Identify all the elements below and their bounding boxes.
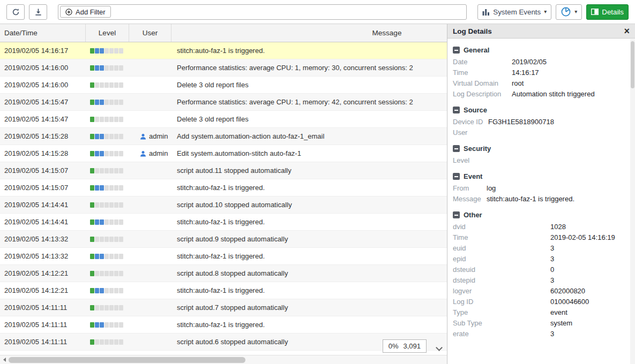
section-header[interactable]: Event xyxy=(453,172,623,180)
field-value: 3 xyxy=(550,254,554,264)
table-row[interactable]: 2019/02/05 14:12:21 stitch:auto-faz-1 is… xyxy=(0,282,447,299)
cell-datetime: 2019/02/05 14:14:41 xyxy=(0,218,86,226)
cell-level xyxy=(86,202,129,208)
log-details-panel: Log Details × General Date 2019/02/05 Ti… xyxy=(447,24,635,364)
download-button[interactable] xyxy=(29,4,47,20)
level-segment xyxy=(109,168,114,173)
cell-level xyxy=(86,117,129,122)
table-row[interactable]: 2019/02/05 14:16:00 Delete 3 old report … xyxy=(0,77,447,94)
section-header[interactable]: General xyxy=(453,46,623,54)
level-segment xyxy=(95,322,99,328)
table-row[interactable]: 2019/02/05 14:15:28 admin Edit system.au… xyxy=(0,145,447,162)
level-segment xyxy=(95,271,99,276)
table-row[interactable]: 2019/02/05 14:11:11 script autod.7 stopp… xyxy=(0,299,447,316)
level-segment xyxy=(104,219,109,225)
cell-level xyxy=(86,100,129,105)
table-row[interactable]: 2019/02/05 14:16:17 stitch:auto-faz-1 is… xyxy=(0,42,447,59)
level-segment xyxy=(104,82,109,88)
section-header[interactable]: Other xyxy=(453,211,623,219)
cell-datetime: 2019/02/05 14:16:17 xyxy=(0,47,86,55)
level-segment xyxy=(119,151,123,156)
detail-field: From log xyxy=(453,183,623,194)
section-title: Event xyxy=(464,172,482,180)
table-row[interactable]: 2019/02/05 14:15:47 Delete 3 old report … xyxy=(0,111,447,128)
table-row[interactable]: 2019/02/05 14:15:07 script autod.11 stop… xyxy=(0,162,447,179)
field-label: Log Description xyxy=(453,89,512,100)
table-row[interactable]: 2019/02/05 14:12:21 script autod.8 stopp… xyxy=(0,265,447,282)
level-segment xyxy=(100,305,104,310)
level-bar xyxy=(90,117,123,122)
log-table-area: Date/Time Level User Message 2019/02/05 … xyxy=(0,24,447,364)
level-segment xyxy=(100,82,104,88)
horizontal-scrollbar[interactable] xyxy=(0,355,447,364)
close-icon[interactable]: × xyxy=(624,26,630,36)
table-row[interactable]: 2019/02/05 14:15:07 stitch:auto-faz-1 is… xyxy=(0,179,447,196)
level-segment xyxy=(119,202,123,208)
table-row[interactable]: 2019/02/05 14:11:11 stitch:auto-faz-1 is… xyxy=(0,316,447,333)
level-segment xyxy=(104,237,109,242)
field-label: Device ID xyxy=(453,117,488,127)
chevron-down-icon: ▾ xyxy=(544,9,547,14)
level-segment xyxy=(109,271,114,276)
collapse-icon[interactable] xyxy=(453,107,460,113)
level-bar xyxy=(90,237,123,242)
user-name: admin xyxy=(149,149,168,157)
cell-level xyxy=(86,305,129,310)
level-bar xyxy=(90,48,123,54)
table-row[interactable]: 2019/02/05 14:13:32 script autod.9 stopp… xyxy=(0,231,447,248)
vertical-scrollbar[interactable] xyxy=(630,39,635,364)
table-row[interactable]: 2019/02/05 14:15:47 Performance statisti… xyxy=(0,94,447,111)
level-segment xyxy=(109,100,114,105)
horizontal-scrollbar-thumb[interactable] xyxy=(9,357,245,363)
column-header-user[interactable]: User xyxy=(129,24,171,42)
column-header-message[interactable]: Message xyxy=(171,24,447,42)
section-fields: Device ID FG3H1E5818900718 User xyxy=(453,117,623,138)
level-segment xyxy=(95,65,99,71)
table-row[interactable]: 2019/02/05 14:15:28 admin Add system.aut… xyxy=(0,128,447,145)
column-header-datetime[interactable]: Date/Time xyxy=(0,24,86,42)
cell-level xyxy=(86,288,129,293)
table-row[interactable]: 2019/02/05 14:14:41 script autod.10 stop… xyxy=(0,196,447,214)
table-row[interactable]: 2019/02/05 14:14:41 stitch:auto-faz-1 is… xyxy=(0,214,447,231)
pie-chart-icon xyxy=(561,6,571,17)
level-segment xyxy=(109,202,114,208)
vertical-scrollbar-thumb[interactable] xyxy=(631,41,634,88)
details-toggle-button[interactable]: Details xyxy=(586,4,629,20)
cell-datetime: 2019/02/05 14:15:07 xyxy=(0,166,86,175)
details-panel-header: Log Details × xyxy=(447,24,635,39)
field-value: event xyxy=(550,307,567,318)
level-segment xyxy=(119,254,123,259)
level-segment xyxy=(90,100,94,105)
level-segment xyxy=(109,117,114,122)
add-filter-button[interactable]: Add Filter xyxy=(60,6,111,18)
field-label: Message xyxy=(453,194,487,204)
refresh-button[interactable] xyxy=(6,4,25,20)
collapse-icon[interactable] xyxy=(453,145,460,152)
level-segment xyxy=(114,271,118,276)
collapse-icon[interactable] xyxy=(453,211,460,218)
table-row[interactable]: 2019/02/05 14:16:00 Performance statisti… xyxy=(0,59,447,77)
field-value: root xyxy=(512,78,524,89)
field-label: Date xyxy=(453,57,512,67)
section-title: General xyxy=(464,46,489,54)
level-segment xyxy=(90,288,94,293)
level-segment xyxy=(114,100,118,105)
collapse-icon[interactable] xyxy=(453,47,460,54)
section-header[interactable]: Source xyxy=(453,106,623,114)
field-label: Log ID xyxy=(453,297,550,307)
log-view-selector[interactable]: System Events ▾ xyxy=(477,4,551,20)
table-row[interactable]: 2019/02/05 14:11:11 script autod.6 stopp… xyxy=(0,333,447,351)
chart-menu-button[interactable]: ▾ xyxy=(556,4,582,20)
table-row[interactable]: 2019/02/05 14:13:32 stitch:auto-faz-1 is… xyxy=(0,248,447,265)
filter-bar[interactable]: Add Filter xyxy=(58,4,467,20)
level-segment xyxy=(95,100,99,105)
collapse-icon[interactable] xyxy=(453,173,460,180)
section-header[interactable]: Security xyxy=(453,145,623,153)
detail-field: Level xyxy=(453,155,623,166)
cell-level xyxy=(86,134,129,139)
level-segment xyxy=(90,254,94,259)
field-value: 3 xyxy=(550,329,554,339)
scroll-left-arrow[interactable] xyxy=(0,355,9,364)
level-segment xyxy=(109,288,114,293)
column-header-level[interactable]: Level xyxy=(86,24,129,42)
